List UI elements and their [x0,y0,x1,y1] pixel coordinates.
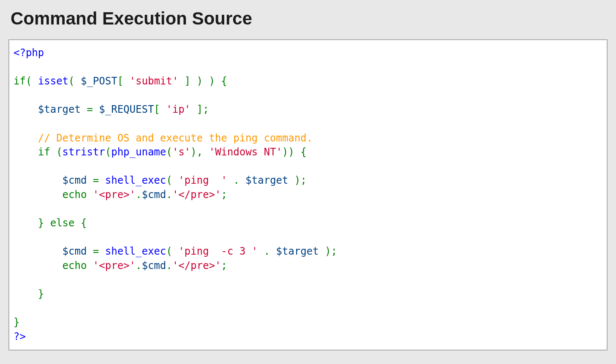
source-code-block: <?php if( isset( $_POST[ 'submit' ] ) ) … [8,39,608,350]
code-token: '</pre>' [172,260,221,272]
page-title: Command Execution Source [11,8,608,29]
code-token: echo [63,260,87,272]
code-token: ( [26,75,38,87]
code-token: shell_exec [105,174,166,186]
code-token: php_uname [111,146,166,158]
code-token: $target [38,103,81,115]
code-token: if [14,75,26,87]
code-token: 's' [172,146,191,158]
code-token: [ [154,103,166,115]
code-token: . [166,260,172,272]
code-token [87,189,93,201]
code-token: ( [56,146,62,158]
code-token: . [166,189,172,201]
code-token: ?> [14,331,26,342]
code-token: echo [63,189,87,201]
code-token: ( [166,146,172,158]
code-token: '<pre>' [93,260,136,272]
code-token: ( [166,174,178,186]
code-token: = [81,103,99,115]
code-token: ( [166,245,178,257]
code-token: $cmd [142,260,166,272]
code-token: ); [319,245,337,257]
code-token [87,260,93,272]
code-token: $cmd [63,245,87,257]
code-token: 'ip' [166,103,191,115]
code-token: ] ) ) { [178,75,227,87]
code-token [75,217,81,229]
code-token: ]; [191,103,209,115]
code-token: ; [221,189,227,201]
code-token: 'ping ' [178,174,227,186]
code-token: . [258,245,276,257]
code-token [50,146,56,158]
code-token: 'Windows NT' [209,146,282,158]
code-token: stristr [63,146,105,158]
code-token: . [136,260,142,272]
code-token: $_REQUEST [99,103,154,115]
code-token: [ [117,75,130,87]
code-token: else [50,217,75,229]
code-token: } [38,288,44,300]
code-token: )) { [282,146,307,158]
code-token: 'ping -c 3 ' [178,245,258,257]
code-token: shell_exec [105,245,166,257]
code-token [44,217,50,229]
code-token: if [38,146,50,158]
code-token: . [227,174,245,186]
code-token: '<pre>' [93,189,136,201]
code-token: $target [245,174,288,186]
code-token: $cmd [63,174,87,186]
code-token: ( [68,75,81,87]
code-token: } [14,316,19,328]
code-token: ( [105,146,111,158]
code-token: <?php [14,47,44,59]
code-token: . [136,189,142,201]
code-token: 'submit' [130,75,179,87]
code-token: // Determine OS and execute the ping com… [38,132,313,144]
code-token: } [38,217,44,229]
code-token: = [87,245,105,257]
code-token: '</pre>' [172,189,221,201]
code-token: { [81,217,87,229]
code-token: ), [191,146,209,158]
code-token: isset [38,75,68,87]
code-token: $_POST [81,75,117,87]
code-token: ; [221,260,227,272]
code-token: ); [288,174,306,186]
code-token: = [87,174,105,186]
code-token: $cmd [142,189,166,201]
code-token: $target [276,245,319,257]
